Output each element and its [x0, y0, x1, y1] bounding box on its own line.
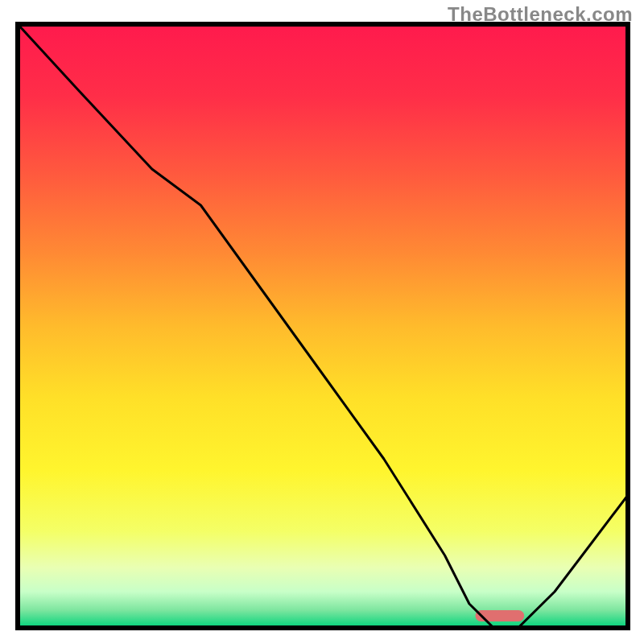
gradient-background [18, 24, 628, 628]
chart-container: TheBottleneck.com [0, 0, 644, 644]
line-chart [0, 0, 644, 644]
watermark-label: TheBottleneck.com [448, 3, 633, 26]
